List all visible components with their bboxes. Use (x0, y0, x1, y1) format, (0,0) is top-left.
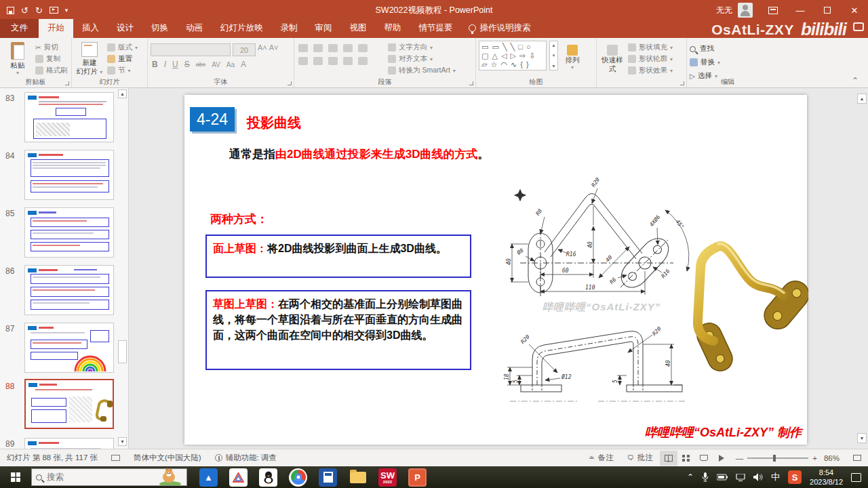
taskbar-search[interactable] (31, 468, 187, 486)
avatar[interactable] (738, 3, 753, 18)
layout-button[interactable]: 版式▾ (107, 43, 138, 52)
scrollbar-thumb[interactable] (118, 340, 127, 363)
reading-view-button[interactable] (695, 451, 713, 466)
file-explorer-icon[interactable] (349, 468, 367, 487)
justify-icon[interactable] (343, 57, 353, 65)
strikethrough-button[interactable]: S (184, 60, 190, 69)
tab-storyboard[interactable]: 情节提要 (410, 19, 462, 38)
powerpoint-app-icon[interactable]: P (408, 468, 427, 487)
section-button[interactable]: 节▾ (107, 66, 138, 75)
new-slide-button[interactable]: 新建 幻灯片 ▾ (75, 41, 104, 78)
shape-fill-button[interactable]: 形状填充▾ (628, 43, 673, 52)
change-case-button[interactable]: Aa (226, 61, 235, 68)
bold-button[interactable]: B (152, 60, 158, 69)
line-spacing-icon[interactable] (358, 44, 368, 52)
zoom-slider[interactable] (747, 458, 808, 459)
arrange-button[interactable]: 排列 ▾ (561, 41, 584, 78)
canvas-scroll-down-icon[interactable]: ▼ (857, 433, 867, 443)
show-hidden-icons[interactable]: ⌃ (687, 472, 694, 482)
microphone-icon[interactable] (702, 472, 709, 482)
format-painter-button[interactable]: 格式刷 (35, 66, 68, 75)
align-left-icon[interactable] (298, 57, 308, 65)
underline-button[interactable]: U (172, 60, 178, 69)
close-button[interactable]: ✕ (841, 0, 868, 20)
triangle-app-icon[interactable] (229, 468, 248, 487)
replace-button[interactable]: 替换▾ (690, 58, 720, 67)
zoom-in-button[interactable]: + (812, 454, 817, 462)
thumbnail-slide-88-selected[interactable] (24, 379, 114, 429)
clock[interactable]: 8:54 2023/8/12 (810, 468, 843, 487)
bullets-icon[interactable] (298, 44, 308, 52)
action-center-icon[interactable] (851, 473, 861, 482)
tab-view[interactable]: 视图 (341, 19, 376, 38)
restore-button[interactable] (814, 0, 841, 20)
ribbon-display-options-button[interactable] (760, 0, 787, 20)
ime-indicator[interactable]: 中 (771, 471, 780, 483)
tab-design[interactable]: 设计 (108, 19, 142, 38)
font-color-button[interactable]: A (241, 60, 246, 69)
thumbnail-slide-84[interactable] (24, 150, 114, 200)
smartart-button[interactable]: 转换为 SmartArt▾ (388, 66, 456, 75)
scroll-up-icon[interactable]: ▲ (118, 89, 127, 98)
zoom-slider-thumb[interactable] (773, 455, 776, 462)
font-name-box[interactable] (151, 43, 231, 56)
align-right-icon[interactable] (328, 57, 338, 65)
paste-button[interactable]: 粘贴 ▾ (3, 41, 33, 78)
save-icon[interactable] (7, 7, 14, 14)
tab-help[interactable]: 帮助 (376, 19, 410, 38)
comments-button[interactable]: 🗨批注 (620, 453, 660, 463)
columns-icon[interactable] (358, 57, 368, 65)
increase-indent-icon[interactable] (343, 44, 353, 52)
copy-button[interactable]: 复制 (35, 54, 68, 64)
slide-88[interactable]: 4-24 投影曲线 通常是指由2D曲线通过投影来生成3D曲线的方式。 两种方式：… (184, 95, 807, 445)
zoom-out-button[interactable]: — (730, 454, 744, 462)
scroll-down-icon[interactable]: ▼ (118, 437, 127, 446)
qat-customize-icon[interactable]: ▾ (65, 7, 68, 14)
canvas-scroll-up-icon[interactable]: ▲ (857, 94, 867, 104)
zoom-percent[interactable]: 86% (817, 454, 846, 462)
shrink-font-button[interactable]: A˅ (269, 43, 279, 56)
search-input[interactable] (47, 472, 142, 482)
tab-review[interactable]: 审阅 (307, 19, 341, 38)
shape-outline-button[interactable]: 形状轮廓▾ (628, 54, 673, 64)
minimize-button[interactable]: — (787, 0, 814, 20)
thumbnail-slide-87[interactable] (24, 323, 114, 373)
numbering-icon[interactable] (313, 44, 323, 52)
redo-icon[interactable]: ↻ (35, 5, 43, 16)
tab-slideshow[interactable]: 幻灯片放映 (212, 19, 272, 38)
align-center-icon[interactable] (313, 57, 323, 65)
paste-dropdown-icon[interactable]: ▾ (16, 70, 19, 77)
shape-effects-button[interactable]: 形状效果▾ (628, 66, 673, 75)
tab-transitions[interactable]: 切换 (142, 19, 177, 38)
tell-me-search[interactable]: 操作说明搜索 (462, 19, 538, 38)
photos-app-icon[interactable]: ▲ (199, 468, 218, 487)
font-dialog-launcher[interactable] (288, 81, 292, 85)
volume-icon[interactable] (753, 473, 763, 481)
notes-button[interactable]: ≐备注 (582, 453, 620, 463)
italic-button[interactable]: I (164, 60, 166, 69)
slide-sorter-view-button[interactable] (677, 451, 695, 466)
accessibility-status[interactable]: 辅助功能: 调查 (208, 453, 283, 463)
grow-font-button[interactable]: A˄ (258, 43, 267, 56)
collapse-ribbon-icon[interactable]: ⌃ (852, 76, 859, 85)
char-spacing-button[interactable]: AV (212, 61, 220, 68)
solidworks-app-icon[interactable]: SW2022 (378, 468, 397, 487)
find-button[interactable]: 查找 (690, 44, 720, 54)
text-direction-button[interactable]: 文字方向▾ (388, 43, 456, 52)
thumbnail-slide-85[interactable] (24, 207, 114, 258)
display-settings-button[interactable] (104, 455, 127, 461)
thumbnail-slide-83[interactable] (24, 92, 114, 142)
qq-app-icon[interactable] (259, 468, 277, 487)
align-text-button[interactable]: 对齐文本▾ (388, 54, 456, 64)
shapes-gallery-scroll[interactable]: ▲▾▼ (549, 41, 558, 70)
start-button[interactable] (0, 466, 31, 488)
drawing-dialog-launcher[interactable] (680, 81, 684, 85)
shapes-gallery[interactable]: ▭ ▭ ╲ ╲ □ ○ ▢ △ ◁ ▷ ⇨ ⇩ ▱ ☆ ◠ ∿ { } (479, 41, 547, 70)
font-size-box[interactable]: 20 (233, 43, 256, 56)
paragraph-dialog-launcher[interactable] (469, 81, 473, 85)
slideshow-view-button[interactable] (713, 451, 730, 466)
shadow-button[interactable]: abc (196, 61, 206, 68)
thumbnail-scrollbar[interactable]: ▲ ▼ (118, 89, 127, 446)
canvas-scrollbar[interactable]: ▲ ▼ (857, 94, 867, 443)
network-icon[interactable] (736, 474, 745, 481)
